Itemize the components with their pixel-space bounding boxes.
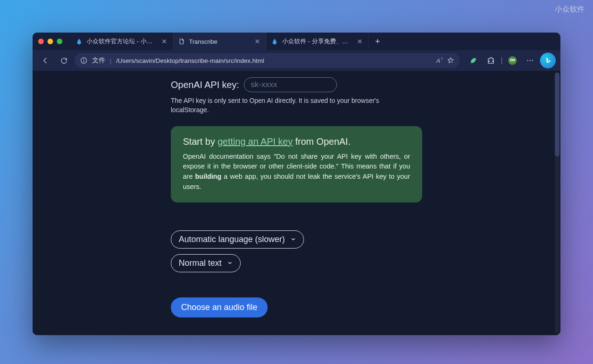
- chevron-down-icon: [227, 260, 233, 266]
- address-separator: |: [110, 57, 112, 64]
- address-bar[interactable]: 文件 | /Users/scavin/Desktop/transcribe-ma…: [74, 53, 460, 68]
- api-key-help-text: The API key is only sent to Open AI dire…: [171, 96, 385, 115]
- traffic-lights: [38, 39, 62, 44]
- svg-point-2: [508, 56, 517, 65]
- text-format-select[interactable]: Normal text: [171, 254, 241, 272]
- tab-title: 小众软件 - 分享免费、小巧、实用: [282, 37, 352, 46]
- back-button[interactable]: [37, 53, 53, 68]
- scrollbar-thumb[interactable]: [555, 73, 559, 156]
- leaf-icon[interactable]: [465, 53, 481, 68]
- drop-icon: [75, 38, 83, 45]
- chevron-down-icon: [290, 236, 296, 242]
- api-key-label: OpenAI API key:: [171, 80, 239, 90]
- tab-title: Transcribe: [189, 38, 250, 45]
- api-key-input[interactable]: [244, 77, 337, 92]
- browser-titlebar: 小众软件官方论坛 - 小众软件 ✕ Transcribe ✕ 小众软件 - 分享…: [33, 33, 560, 50]
- tab-appinn-home[interactable]: 小众软件 - 分享免费、小巧、实用 ✕: [266, 33, 369, 50]
- close-tab-icon[interactable]: ✕: [254, 38, 261, 45]
- tab-title: 小众软件官方论坛 - 小众软件: [87, 37, 157, 46]
- read-aloud-icon[interactable]: A⁾⁾: [436, 57, 442, 64]
- svg-point-6: [513, 60, 514, 61]
- tab-transcribe[interactable]: Transcribe ✕: [173, 33, 266, 50]
- address-url: /Users/scavin/Desktop/transcribe-main/sr…: [116, 57, 432, 64]
- svg-point-7: [527, 60, 528, 61]
- address-prefix: 文件: [92, 56, 105, 65]
- page-content: OpenAI API key: The API key is only sent…: [33, 71, 560, 335]
- close-window-button[interactable]: [38, 39, 44, 44]
- document-icon: [178, 38, 185, 45]
- info-title: Start by getting an API key from OpenAI.: [183, 136, 410, 147]
- reload-button[interactable]: [56, 53, 72, 68]
- close-tab-icon[interactable]: ✕: [161, 38, 168, 45]
- svg-point-8: [530, 60, 531, 61]
- toolbar-right-icons: |: [465, 53, 556, 68]
- info-callout: Start by getting an API key from OpenAI.…: [171, 126, 422, 202]
- choose-audio-file-button[interactable]: Choose an audio file: [171, 297, 268, 317]
- minimize-window-button[interactable]: [47, 39, 53, 44]
- get-api-key-link[interactable]: getting an API key: [217, 136, 292, 147]
- maximize-window-button[interactable]: [57, 39, 62, 44]
- info-icon[interactable]: [80, 57, 88, 64]
- drop-icon: [271, 38, 278, 45]
- close-tab-icon[interactable]: ✕: [356, 38, 364, 45]
- bing-chat-button[interactable]: [540, 53, 556, 68]
- watermark-text: 小众软件: [555, 5, 585, 14]
- extensions-icon[interactable]: [483, 53, 499, 68]
- svg-point-9: [532, 60, 533, 61]
- svg-point-5: [511, 60, 512, 61]
- new-tab-button[interactable]: +: [369, 33, 387, 50]
- language-select[interactable]: Automatic language (slower): [171, 230, 304, 249]
- browser-window: 小众软件官方论坛 - 小众软件 ✕ Transcribe ✕ 小众软件 - 分享…: [33, 33, 560, 335]
- favorite-star-icon[interactable]: [447, 57, 454, 64]
- tab-strip: 小众软件官方论坛 - 小众软件 ✕ Transcribe ✕ 小众软件 - 分享…: [71, 33, 387, 50]
- profile-avatar-icon[interactable]: [505, 53, 520, 68]
- more-menu-icon[interactable]: [522, 53, 538, 68]
- tab-appinn-forum[interactable]: 小众软件官方论坛 - 小众软件 ✕: [71, 33, 173, 50]
- browser-toolbar: 文件 | /Users/scavin/Desktop/transcribe-ma…: [33, 50, 560, 71]
- info-body: OpenAI documentation says "Do not share …: [183, 152, 410, 192]
